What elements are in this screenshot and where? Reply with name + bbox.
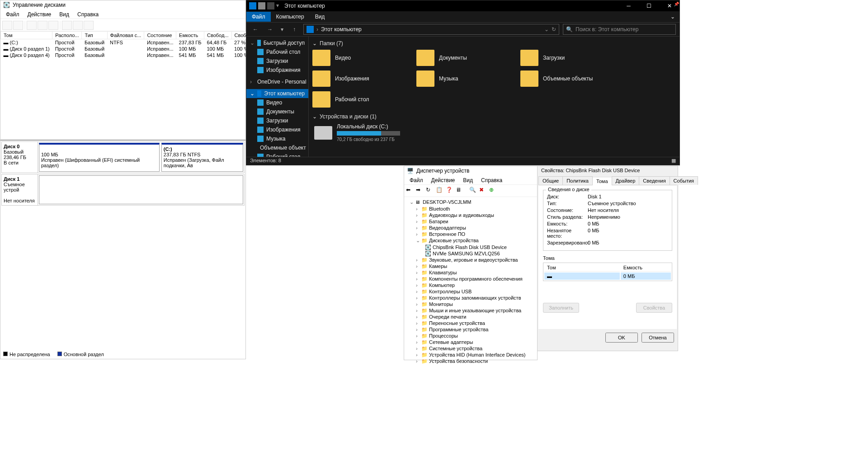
tree-category[interactable]: ›📁Мониторы (406, 301, 535, 307)
btn-ok[interactable]: OK (605, 333, 638, 343)
search-box[interactable]: 🔍 Поиск в: Этот компьютер (563, 24, 676, 35)
side-onedrive[interactable]: ›OneDrive - Personal (246, 77, 308, 86)
ex-sidebar[interactable]: ⌄Быстрый доступ Рабочий стол📌 Загрузки📌 … (246, 37, 309, 158)
dg-tree[interactable]: ⌄🖥DESKTOP-V5CJLMM›📁Bluetooth›📁Аудиовходы… (404, 197, 537, 366)
col-status[interactable]: Состояние (144, 32, 176, 39)
side-desktop[interactable]: Рабочий стол📌 (246, 47, 308, 56)
side-3d[interactable]: Объемные объект (246, 143, 308, 152)
tb-fwd-icon[interactable] (13, 21, 23, 30)
col-fs[interactable]: Файловая с... (107, 32, 144, 39)
tab-volumes[interactable]: Тома (592, 177, 612, 185)
side-documents[interactable]: Документы (246, 107, 308, 116)
folder-item[interactable]: Загрузки (520, 48, 611, 67)
addr-text[interactable]: Этот компьютер (321, 26, 362, 33)
dm-menu-file[interactable]: Файл (2, 10, 23, 18)
col-free[interactable]: Свобод... (204, 32, 232, 39)
folder-item[interactable]: Видео (312, 48, 403, 67)
tree-category[interactable]: ›📁Камеры (406, 263, 535, 269)
dg-back-icon[interactable]: ⬅ (406, 187, 415, 195)
tb-props-icon[interactable] (38, 21, 47, 30)
tree-category[interactable]: ›📁Системные устройства (406, 345, 535, 352)
qat-dropdown-icon[interactable]: ▾ (276, 2, 282, 9)
tree-category[interactable]: ›📁Мыши и иные указывающие устройства (406, 307, 535, 314)
tree-category[interactable]: ›📁Звуковые, игровые и видеоустройства (406, 257, 535, 263)
address-bar[interactable]: › Этот компьютер ⌄ ↻ (303, 24, 559, 35)
view-details-icon[interactable]: ▦ (671, 158, 676, 164)
tb-layout1-icon[interactable] (62, 21, 72, 30)
side-music[interactable]: Музыка (246, 134, 308, 143)
col-cap[interactable]: Емкость (176, 32, 204, 39)
disk1-row[interactable]: Диск 1 Съемное устрой Нет носителя (1, 174, 245, 206)
tree-category[interactable]: ›📁Контроллеры USB (406, 288, 535, 295)
tree-category[interactable]: ›📁Очереди печати (406, 314, 535, 320)
tree-category[interactable]: ›📁Встроенное ПО (406, 231, 535, 237)
tree-category[interactable]: ›📁Bluetooth (406, 206, 535, 212)
btn-cancel[interactable]: Отмена (642, 333, 674, 343)
table-row[interactable]: ▬ (Диск 0 раздел 1)ПростойБазовыйИсправе… (1, 46, 266, 52)
dg-props-icon[interactable]: 📋 (436, 187, 445, 195)
disk0-p1[interactable]: 100 МБ Исправен (Шифрованный (EFI) систе… (39, 143, 160, 172)
table-row[interactable]: ▬ (Диск 0 раздел 4)ПростойБазовыйИсправе… (1, 52, 266, 58)
tree-category[interactable]: ›📁Устройства HID (Human Interface Device… (406, 352, 535, 358)
vol-th-name[interactable]: Том (544, 264, 620, 272)
dg-menu-help[interactable]: Справка (477, 176, 506, 183)
tree-category[interactable]: ⌄📁Дисковые устройства (406, 237, 535, 244)
tree-category[interactable]: ›📁Компьютер (406, 282, 535, 288)
minimize-button[interactable]: ─ (618, 0, 639, 11)
volumes-table[interactable]: Том Емкость ▬ 0 МБ (543, 263, 672, 281)
ex-content[interactable]: ⌄Папки (7) ВидеоДокументыЗагрузкиИзображ… (309, 37, 679, 158)
dg-refresh-icon[interactable]: ↻ (426, 187, 435, 195)
dg-enable-icon[interactable]: ⊕ (489, 187, 498, 195)
dg-menu-view[interactable]: Вид (459, 176, 476, 183)
ribbon-expand-icon[interactable]: ⌄ (666, 14, 679, 20)
tree-category[interactable]: ›📁Батареи (406, 218, 535, 225)
dg-menu-action[interactable]: Действие (428, 176, 459, 183)
col-type[interactable]: Тип (82, 32, 107, 39)
tb-layout3-icon[interactable] (84, 21, 94, 30)
col-layout[interactable]: Располо... (52, 32, 82, 39)
nav-up-icon[interactable]: ↑ (289, 24, 300, 35)
tree-category[interactable]: ›📁Устройства безопасности (406, 358, 535, 364)
dm-menu-action[interactable]: Действие (24, 10, 55, 18)
table-row[interactable]: ▬ (C:)ПростойБазовыйNTFSИсправен...237,8… (1, 39, 266, 46)
maximize-button[interactable]: ☐ (639, 0, 659, 11)
disk0-p2[interactable]: (C:) 237,83 ГБ NTFS Исправен (Загрузка, … (161, 143, 243, 172)
side-downloads2[interactable]: Загрузки (246, 116, 308, 125)
tb-layout2-icon[interactable] (73, 21, 83, 30)
side-video[interactable]: Видео (246, 98, 308, 107)
nav-recent-icon[interactable]: ▾ (279, 24, 285, 35)
folder-item[interactable]: Музыка (416, 69, 507, 88)
group-folders-head[interactable]: ⌄Папки (7) (312, 38, 676, 48)
ribbon-computer[interactable]: Компьютер (271, 12, 310, 22)
tree-device[interactable]: 💽NVMe SAMSUNG MZVLQ256 (406, 250, 535, 257)
nav-fwd-icon[interactable]: → (264, 24, 275, 35)
tree-category[interactable]: ›📁Программные устройства (406, 326, 535, 333)
side-downloads[interactable]: Загрузки📌 (246, 56, 308, 66)
tree-category[interactable]: ›📁Аудиовходы и аудиовыходы (406, 212, 535, 218)
tree-category[interactable]: ›📁Сетевые адаптеры (406, 339, 535, 345)
side-thispc[interactable]: ⌄Этот компьютер (246, 89, 308, 98)
vol-th-cap[interactable]: Емкость (621, 264, 671, 272)
tree-device[interactable]: 💽ChipsBnk Flash Disk USB Device (406, 244, 535, 250)
side-quick[interactable]: ⌄Быстрый доступ (246, 38, 308, 47)
ribbon-view[interactable]: Вид (310, 12, 330, 22)
tree-category[interactable]: ›📁Компоненты программного обеспечения (406, 276, 535, 282)
vol-row[interactable]: ▬ 0 МБ (544, 273, 671, 280)
dm-volume-table[interactable]: Том Располо... Тип Файловая с... Состоян… (0, 31, 266, 58)
dg-disable-icon[interactable]: ✖ (479, 187, 488, 195)
dm-menu-help[interactable]: Справка (74, 10, 102, 18)
tree-category[interactable]: ›📁Видеоадаптеры (406, 225, 535, 231)
tab-driver[interactable]: Драйвер (612, 176, 640, 185)
tab-general[interactable]: Общие (538, 176, 563, 185)
tab-details[interactable]: Сведения (639, 176, 670, 185)
folder-item[interactable]: Изображения (312, 69, 403, 88)
dg-monitor-icon[interactable]: 🖥 (456, 187, 465, 195)
tree-category[interactable]: ›📁Контроллеры запоминающих устройств (406, 295, 535, 301)
dg-scan-icon[interactable]: 🔍 (469, 187, 478, 195)
dm-menu-view[interactable]: Вид (56, 10, 73, 18)
folder-item[interactable]: Рабочий стол (312, 90, 403, 109)
folder-item[interactable]: Документы (416, 48, 507, 67)
tree-root[interactable]: ⌄🖥DESKTOP-V5CJLMM (406, 199, 535, 206)
nav-back-icon[interactable]: ← (250, 24, 261, 35)
tree-category[interactable]: ›📁Процессоры (406, 333, 535, 339)
